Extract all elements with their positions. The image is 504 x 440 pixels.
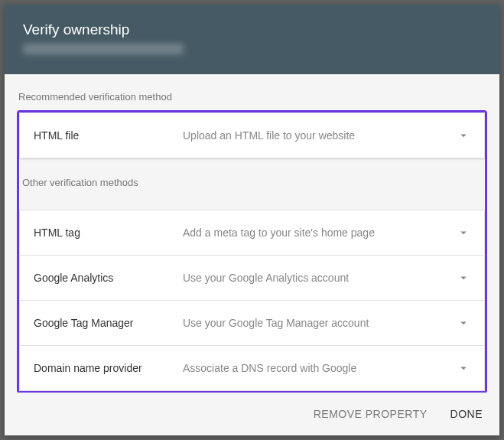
remove-property-button[interactable]: REMOVE PROPERTY (312, 405, 429, 423)
method-name: HTML tag (34, 227, 183, 239)
method-google-analytics[interactable]: Google Analytics Use your Google Analyti… (19, 256, 485, 301)
dialog-title: Verify ownership (23, 21, 481, 38)
chevron-down-icon (457, 129, 470, 142)
other-section-label: Other verification methods (19, 161, 485, 200)
method-google-tag-manager[interactable]: Google Tag Manager Use your Google Tag M… (19, 301, 485, 346)
method-html-tag[interactable]: HTML tag Add a meta tag to your site's h… (19, 210, 485, 256)
chevron-down-icon (457, 226, 470, 240)
method-desc: Use your Google Tag Manager account (183, 317, 457, 329)
method-name: Google Tag Manager (34, 317, 183, 329)
dialog-subtitle-blurred (23, 44, 184, 54)
dialog-header: Verify ownership (5, 5, 499, 74)
method-name: Google Analytics (34, 272, 183, 284)
recommended-section-label: Recommended verification method (18, 91, 486, 103)
done-button[interactable]: DONE (449, 405, 484, 423)
method-domain-name-provider[interactable]: Domain name provider Associate a DNS rec… (19, 346, 485, 391)
chevron-down-icon (457, 316, 470, 330)
dialog-footer: REMOVE PROPERTY DONE (5, 393, 499, 435)
chevron-down-icon (457, 361, 470, 375)
method-desc: Associate a DNS record with Google (183, 362, 457, 374)
verification-methods-highlight: HTML file Upload an HTML file to your we… (17, 110, 487, 393)
dialog-content: Recommended verification method HTML fil… (5, 74, 499, 393)
method-desc: Use your Google Analytics account (183, 272, 457, 284)
method-html-file[interactable]: HTML file Upload an HTML file to your we… (19, 112, 485, 158)
verify-ownership-dialog: Verify ownership Recommended verificatio… (5, 5, 499, 435)
method-name: Domain name provider (34, 362, 183, 374)
method-desc: Add a meta tag to your site's home page (183, 227, 457, 239)
method-name: HTML file (34, 129, 183, 142)
chevron-down-icon (457, 271, 470, 285)
method-desc: Upload an HTML file to your website (183, 129, 457, 142)
other-methods-list: HTML tag Add a meta tag to your site's h… (19, 210, 485, 391)
